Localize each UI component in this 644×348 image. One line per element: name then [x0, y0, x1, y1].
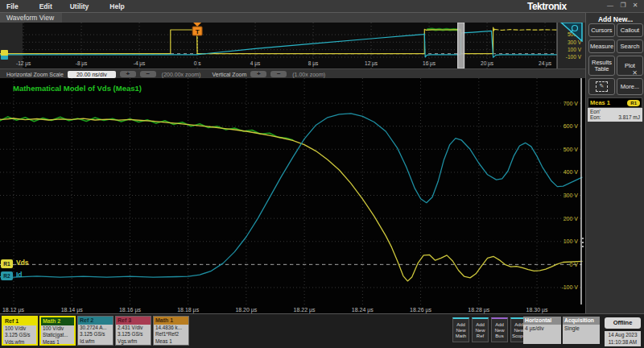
horizontal-zoom-factor: (200.00x zoom): [162, 72, 201, 77]
ref2-scale: 30.2724 A...: [78, 325, 113, 331]
acquisition-overview-panel[interactable]: -12 µs-8 µs-4 µs0 s4 µs8 µs12 µs16 µs20 …: [0, 23, 585, 68]
meas1-row2: Eon: 3.817 mJ: [590, 114, 640, 120]
svg-text:18.20 µs: 18.20 µs: [235, 307, 257, 313]
horizontal-scale-value: 4 µs/div: [523, 325, 561, 344]
acquisition-settings-badge[interactable]: Acquisition Single: [563, 317, 600, 343]
date-text: 14 Aug 2023: [605, 331, 641, 338]
draw-a-box-icon: ✎: [596, 81, 608, 92]
measure-button[interactable]: Measure: [588, 39, 615, 53]
horizontal-zoom-scale-input[interactable]: 20.00 ns/div: [68, 71, 116, 78]
ref1-scale: 100 V/div: [3, 325, 36, 332]
main-waveform-chart[interactable]: 18.12 µs18.14 µs18.16 µs18.18 µs18.20 µs…: [0, 78, 585, 313]
horizontal-settings-badge[interactable]: Horizontal 4 µs/div: [523, 317, 561, 343]
tektronix-logo: Tektronix: [527, 1, 567, 12]
add-new-ref-button[interactable]: Add New Ref: [472, 317, 489, 342]
svg-text:16 µs: 16 µs: [423, 60, 436, 67]
main-waveform-view[interactable]: 18.12 µs18.14 µs18.16 µs18.18 µs18.20 µs…: [0, 78, 585, 313]
ref2-badge-title: Ref 2: [78, 317, 113, 325]
menu-utility[interactable]: Utility: [70, 2, 89, 10]
overview-zoom-icon[interactable]: [560, 23, 583, 42]
vertical-zoom-minus-button[interactable]: −: [270, 71, 287, 77]
horizontal-zoom-plus-button[interactable]: +: [120, 71, 136, 77]
menu-help[interactable]: Help: [109, 2, 124, 10]
meas1-title-row[interactable]: Meas 1 R1: [588, 97, 642, 108]
svg-text:18.12 µs: 18.12 µs: [2, 307, 24, 313]
meas1-row1: Eon': [590, 109, 640, 114]
svg-text:400 V: 400 V: [564, 169, 579, 175]
offline-status-button[interactable]: Offline: [605, 317, 641, 329]
ref3-badge-title: Ref 3: [116, 317, 151, 325]
draw-a-box-button[interactable]: ✎: [588, 78, 615, 95]
svg-text:18.18 µs: 18.18 µs: [177, 307, 199, 313]
math1-source: Meas 1: [154, 338, 188, 345]
ref3-badge[interactable]: Ref 3 2.431 V/div 3.125 GS/s Vgs.wfm: [115, 316, 151, 346]
vertical-zoom-plus-button[interactable]: +: [250, 71, 266, 77]
ref2-samplerate: 3.125 GS/s: [78, 331, 113, 338]
right-control-panel: Add New... Cursors Callout Measure Searc…: [585, 12, 644, 314]
menu-file[interactable]: File: [6, 2, 19, 10]
plot-button[interactable]: Plot: [617, 56, 643, 76]
ref1-filename: Vds.wfm: [3, 339, 36, 346]
ref1-samplerate: 3.125 GS/s: [3, 332, 36, 338]
svg-text:100 V: 100 V: [564, 238, 579, 244]
svg-text:500 V: 500 V: [564, 147, 579, 152]
measurement-results-badge[interactable]: Meas 1 R1 Eon' Eon: 3.817 mJ: [588, 97, 642, 122]
view-tab-bar: Waveform View: [0, 12, 585, 23]
ref1-channel-badge-marker[interactable]: R1: [1, 259, 13, 268]
window-minimize-button[interactable]: —: [605, 2, 615, 9]
svg-text:-12 µs: -12 µs: [16, 60, 31, 67]
vertical-zoom-label: Vertical Zoom: [212, 72, 246, 77]
add-new-bus-button[interactable]: Add New Bus: [491, 317, 508, 342]
horizontal-title: Horizontal: [523, 317, 561, 325]
svg-text:18.22 µs: 18.22 µs: [294, 307, 316, 313]
zoom-overview-close-icon[interactable]: ✕: [632, 69, 638, 77]
menu-edit[interactable]: Edit: [39, 2, 52, 10]
math1-badge[interactable]: Math 1 14.4836 k... Ref1*Ref2 Meas 1: [153, 316, 189, 346]
svg-text:24 µs: 24 µs: [539, 60, 552, 67]
results-table-button[interactable]: Results Table: [588, 56, 615, 76]
datetime-display: 14 Aug 2023 11:10:38 AM: [605, 331, 641, 346]
ref2-badge[interactable]: Ref 2 30.2724 A... 3.125 GS/s Id.wfm: [77, 316, 114, 346]
overview-waveform-chart[interactable]: -12 µs-8 µs-4 µs0 s4 µs8 µs12 µs16 µs20 …: [0, 23, 585, 68]
math1-scale: 14.4836 k...: [154, 325, 188, 331]
horizontal-zoom-scale-label: Horizontal Zoom Scale: [6, 72, 64, 77]
meas1-source-tag: R1: [627, 100, 640, 106]
ref2-filename: Id.wfm: [78, 338, 113, 345]
svg-text:100 V: 100 V: [568, 47, 582, 52]
eon-value: 3.817 mJ: [618, 114, 640, 120]
window-close-button[interactable]: ✕: [630, 2, 640, 9]
window-restore-button[interactable]: ❐: [618, 2, 628, 9]
svg-text:20 µs: 20 µs: [481, 60, 494, 67]
overview-ref1-marker: [1, 50, 8, 56]
math2-mode: Static|gat...: [41, 332, 74, 338]
svg-text:8 µs: 8 µs: [308, 60, 319, 67]
ref1-badge[interactable]: Ref 1 100 V/div 3.125 GS/s Vds.wfm: [2, 316, 38, 346]
horizontal-zoom-minus-button[interactable]: −: [140, 71, 156, 77]
search-button[interactable]: Search: [617, 39, 643, 53]
svg-text:18.24 µs: 18.24 µs: [352, 307, 374, 313]
cursors-button[interactable]: Cursors: [588, 23, 615, 37]
ref3-samplerate: 3.125 GS/s: [116, 331, 151, 338]
svg-text:300 V: 300 V: [564, 193, 579, 198]
math1-expression: Ref1*Ref2: [154, 331, 188, 338]
vertical-zoom-factor: (1.00x zoom): [292, 72, 325, 77]
math2-badge-title: Math 2: [41, 317, 74, 325]
ref2-channel-badge-marker[interactable]: R2: [1, 271, 13, 280]
add-new-math-button[interactable]: Add New Math: [452, 317, 469, 342]
more-button[interactable]: More...: [617, 78, 643, 95]
math2-badge[interactable]: Math 2 100 V/div Static|gat... Meas 1: [39, 316, 76, 346]
ref3-filename: Vgs.wfm: [116, 338, 151, 345]
vds-trace-label: Vds: [16, 259, 29, 267]
time-text: 11:10:38 AM: [605, 338, 641, 346]
svg-text:18.16 µs: 18.16 µs: [119, 307, 141, 313]
svg-text:200 V: 200 V: [564, 216, 579, 222]
svg-text:-100 V: -100 V: [561, 284, 578, 290]
svg-text:600 V: 600 V: [564, 123, 579, 129]
math2-source: Meas 1: [41, 339, 74, 346]
meas1-label: Meas 1: [590, 99, 610, 106]
svg-text:700 V: 700 V: [564, 101, 579, 106]
callout-button[interactable]: Callout: [617, 23, 643, 37]
svg-text:-4 µs: -4 µs: [134, 60, 146, 67]
svg-text:12 µs: 12 µs: [365, 60, 378, 67]
menu-bar: File Edit Utility Help Tektronix — ❐ ✕: [0, 0, 644, 13]
